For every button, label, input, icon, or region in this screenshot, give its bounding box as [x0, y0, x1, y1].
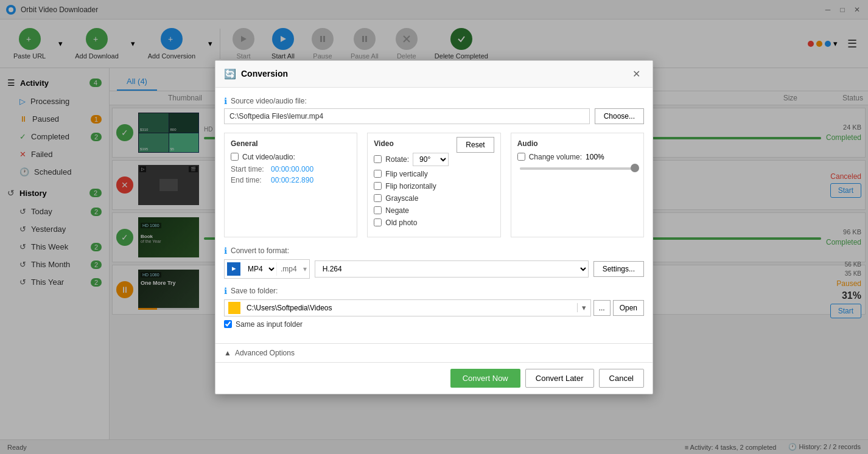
cut-video-row: Cut video/audio:	[231, 153, 351, 161]
audio-column: Audio Change volume: 100%	[511, 133, 644, 237]
grayscale-row: Grayscale	[374, 194, 494, 203]
negate-checkbox[interactable]	[374, 206, 382, 214]
flip-h-row: Flip horizontally	[374, 182, 494, 190]
same-folder-label: Same as input folder	[236, 320, 303, 329]
source-label: Source video/audio file:	[231, 97, 307, 105]
grayscale-checkbox[interactable]	[374, 194, 382, 202]
convert-now-button[interactable]: Convert Now	[450, 369, 520, 388]
format-icon: ▶	[227, 262, 240, 276]
advanced-toggle-button[interactable]: ▲ Advanced Options	[224, 349, 295, 357]
format-row: ▶ MP4 AVI MKV .mp4 ▾ H	[224, 259, 644, 279]
source-info-icon: ℹ	[224, 96, 227, 106]
reset-button[interactable]: Reset	[457, 137, 494, 153]
same-folder-checkbox[interactable]	[224, 320, 232, 328]
folder-label: ℹ Save to folder:	[224, 286, 644, 296]
start-time-label: Start time:	[231, 165, 267, 173]
format-name-select[interactable]: MP4 AVI MKV	[243, 262, 276, 276]
rotate-checkbox[interactable]	[374, 155, 382, 163]
start-time-value: 00:00:00.000	[271, 165, 313, 173]
old-photo-row: Old photo	[374, 218, 494, 227]
audio-title: Audio	[517, 139, 637, 148]
flip-horizontal-checkbox[interactable]	[374, 182, 382, 190]
flip-horizontal-label: Flip horizontally	[385, 182, 436, 190]
general-title: General	[231, 139, 351, 148]
format-selector[interactable]: ▶ MP4 AVI MKV .mp4 ▾	[224, 259, 310, 279]
source-path-input[interactable]	[224, 108, 590, 124]
codec-select[interactable]: H.264 H.265 VP9	[315, 261, 588, 277]
rotate-select[interactable]: 90° 180° 270°	[413, 153, 449, 166]
negate-row: Negate	[374, 206, 494, 215]
video-column: Video Reset Rotate: 90° 180° 270°	[367, 133, 500, 237]
options-row: General Cut video/audio: Start time: 00:…	[224, 133, 644, 237]
rotate-row: Rotate: 90° 180° 270°	[374, 153, 494, 166]
general-column: General Cut video/audio: Start time: 00:…	[224, 133, 357, 237]
modal-footer: Convert Now Convert Later Cancel	[215, 362, 653, 394]
cut-video-label: Cut video/audio:	[242, 153, 295, 161]
volume-slider[interactable]	[520, 167, 635, 170]
old-photo-checkbox[interactable]	[374, 218, 382, 226]
cut-video-checkbox[interactable]	[231, 153, 239, 161]
folder-icon	[228, 302, 240, 314]
codec-selector[interactable]: H.264 H.265 VP9	[315, 260, 589, 278]
source-file-section: ℹ Source video/audio file: Choose...	[224, 96, 644, 124]
folder-browse-button[interactable]: ...	[593, 300, 611, 316]
negate-label: Negate	[385, 206, 409, 215]
flip-v-row: Flip vertically	[374, 170, 494, 178]
advanced-chevron-icon: ▲	[224, 349, 231, 357]
flip-vertical-checkbox[interactable]	[374, 170, 382, 178]
conversion-modal: 🔄 Conversion ✕ ℹ Source video/audio file…	[215, 60, 653, 394]
folder-dropdown-button[interactable]: ▾	[577, 303, 590, 312]
modal-title: Conversion	[241, 69, 629, 79]
format-ext: .mp4	[276, 262, 301, 276]
end-time-row: End time: 00:00:22.890	[231, 176, 351, 184]
format-section: ℹ Convert to format: ▶ MP4 AVI MKV	[224, 246, 644, 279]
change-volume-label: Change volume:	[529, 153, 582, 161]
rotate-label: Rotate:	[385, 155, 409, 164]
source-row: Choose...	[224, 108, 644, 124]
format-dropdown-arrow[interactable]: ▾	[301, 262, 309, 276]
flip-vertical-label: Flip vertically	[385, 170, 427, 178]
end-time-value: 00:00:22.890	[271, 176, 313, 184]
modal-overlay: 🔄 Conversion ✕ ℹ Source video/audio file…	[0, 0, 868, 454]
folder-row: ▾ ... Open	[224, 299, 644, 316]
folder-info-icon: ℹ	[224, 286, 227, 296]
advanced-section: ▲ Advanced Options	[215, 343, 653, 362]
conversion-icon: 🔄	[224, 68, 236, 80]
convert-later-button[interactable]: Convert Later	[525, 369, 594, 388]
modal-body: ℹ Source video/audio file: Choose... Gen…	[215, 88, 653, 343]
modal-close-button[interactable]: ✕	[629, 67, 644, 81]
old-photo-label: Old photo	[385, 218, 417, 227]
change-volume-checkbox[interactable]	[517, 153, 525, 161]
folder-path-input[interactable]	[244, 301, 577, 315]
cancel-button[interactable]: Cancel	[599, 369, 644, 388]
volume-pct: 100%	[586, 153, 604, 161]
grayscale-label: Grayscale	[385, 194, 418, 203]
start-time-row: Start time: 00:00:00.000	[231, 165, 351, 173]
format-info-icon: ℹ	[224, 246, 227, 256]
choose-button[interactable]: Choose...	[595, 108, 644, 124]
end-time-label: End time:	[231, 176, 267, 184]
folder-input-wrap: ▾	[224, 299, 591, 316]
format-label: ℹ Convert to format:	[224, 246, 644, 256]
modal-header: 🔄 Conversion ✕	[215, 61, 653, 88]
same-folder-row: Same as input folder	[224, 320, 644, 329]
change-volume-row: Change volume: 100%	[517, 153, 637, 161]
video-title: Video	[374, 139, 393, 148]
folder-open-button[interactable]: Open	[613, 300, 644, 316]
format-settings-button[interactable]: Settings...	[593, 261, 644, 277]
folder-section: ℹ Save to folder: ▾ ... Open	[224, 286, 644, 329]
